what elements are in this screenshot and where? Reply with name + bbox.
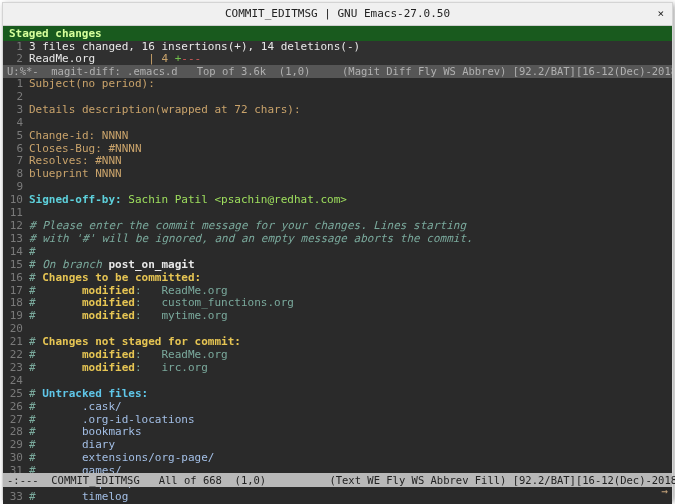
comment: # with '#' will be ignored, and an empty… [29, 232, 473, 245]
untracked-header: Untracked files: [42, 387, 148, 400]
modeline-active: -:--- COMMIT_EDITMSG All of 668 (1,0) (T… [3, 473, 672, 487]
changes-committed-header: Changes to be committed: [42, 271, 201, 284]
staged-header: Staged changes [3, 26, 672, 41]
file: : ReadMe.org [135, 284, 228, 297]
subject-line: Subject(no period): [29, 77, 155, 90]
untracked-file: .cask/ [82, 400, 122, 413]
modified-label: modified [82, 361, 135, 374]
commit-editor[interactable]: 1Subject(no period): 2 3Details descript… [3, 78, 672, 504]
file: : ReadMe.org [135, 348, 228, 361]
untracked-file: extensions/org-page/ [82, 451, 214, 464]
close-icon[interactable]: × [657, 3, 664, 25]
staged-bar: | 4 [148, 52, 175, 65]
modified-label: modified [82, 296, 135, 309]
untracked-file: .org-id-locations [82, 413, 195, 426]
change-id: Change-id: NNNN [29, 129, 128, 142]
line-number: 2 [3, 53, 23, 65]
changes-unstaged-header: Changes not staged for commit: [42, 335, 241, 348]
on-branch: On branch [42, 258, 102, 271]
file: : custom_functions.org [135, 296, 294, 309]
minus-icon: --- [181, 52, 201, 65]
modified-label: modified [82, 348, 135, 361]
titlebar: COMMIT_EDITMSG | GNU Emacs-27.0.50 × [3, 3, 672, 26]
file: : mytime.org [135, 309, 228, 322]
resolves: Resolves: #NNN [29, 154, 122, 167]
modified-label: modified [82, 309, 135, 322]
untracked-file: diary [82, 438, 115, 451]
closes-bug: Closes-Bug: #NNNN [29, 142, 142, 155]
comment: # [29, 245, 36, 258]
staged-file: ReadMe.org [29, 52, 95, 65]
signed-off-value: Sachin Patil <psachin@redhat.com> [122, 193, 347, 206]
titlebar-text: COMMIT_EDITMSG | GNU Emacs-27.0.50 [225, 7, 450, 20]
emacs-window: COMMIT_EDITMSG | GNU Emacs-27.0.50 × Sta… [2, 2, 673, 500]
modified-label: modified [82, 284, 135, 297]
comment: # Please enter the commit message for yo… [29, 219, 466, 232]
untracked-file: bookmarks [82, 425, 142, 438]
untracked-file: timelog [82, 490, 128, 503]
staged-file-row: 2ReadMe.org | 4 +--- [3, 53, 672, 65]
branch-name: post_on_magit [102, 258, 195, 271]
blueprint: blueprint NNNN [29, 167, 122, 180]
signed-off-label: Signed-off-by: [29, 193, 122, 206]
minibuffer[interactable]: → [661, 485, 668, 498]
details-line: Details description(wrapped at 72 chars)… [29, 103, 301, 116]
magit-diff-pane: Staged changes 13 files changed, 16 inse… [3, 26, 672, 65]
file: : irc.org [135, 361, 208, 374]
